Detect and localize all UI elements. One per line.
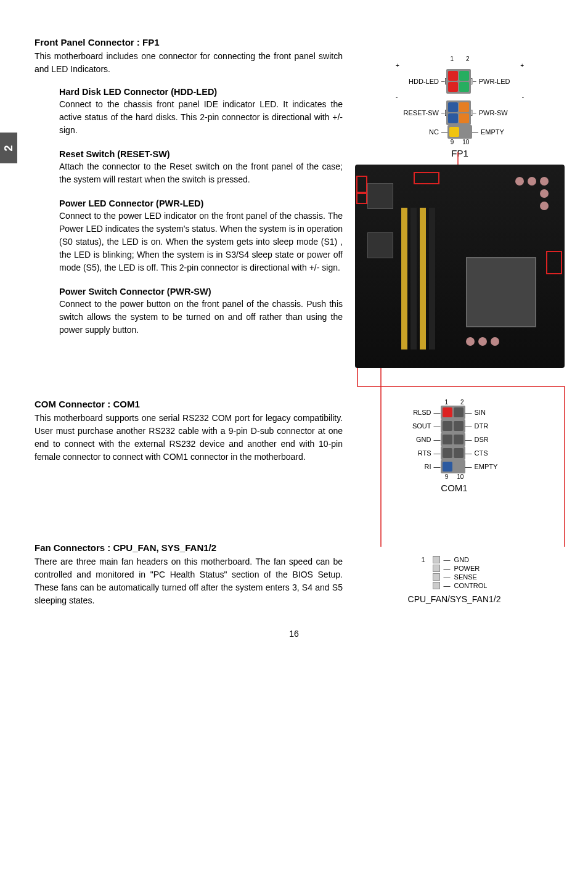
com1-body: This motherboard supports one serial RS2… bbox=[35, 412, 343, 464]
pin bbox=[448, 102, 458, 112]
pin bbox=[459, 113, 469, 123]
label-fan-gnd: GND bbox=[454, 557, 469, 563]
pwrsw-title: Power Switch Connector (PWR-SW) bbox=[59, 287, 343, 296]
plus-right: + bbox=[520, 62, 524, 69]
label-fan-power: POWER bbox=[454, 565, 480, 572]
label-pwr-led: PWR-LED bbox=[479, 78, 522, 85]
fan-diagram-title: CPU_FAN/SYS_FAN1/2 bbox=[355, 594, 553, 604]
pin-empty bbox=[454, 462, 463, 472]
pin bbox=[459, 82, 469, 92]
motherboard-image bbox=[355, 165, 565, 368]
fan-heading: Fan Connectors : CPU_FAN, SYS_FAN1/2 bbox=[35, 542, 343, 553]
label-rlsd: RLSD bbox=[404, 409, 431, 416]
pin-num-10: 10 bbox=[462, 139, 469, 145]
pin bbox=[449, 127, 459, 137]
pwrsw-body: Connect to the power button on the front… bbox=[59, 298, 343, 337]
com-pin-10: 10 bbox=[457, 473, 463, 480]
reset-body: Attach the connector to the Reset switch… bbox=[59, 160, 343, 186]
pin bbox=[459, 102, 469, 112]
pin-num-2: 2 bbox=[466, 55, 470, 62]
label-empty-com: EMPTY bbox=[475, 464, 505, 470]
label-dsr: DSR bbox=[475, 436, 505, 443]
com-pin-9: 9 bbox=[445, 473, 449, 480]
pin-num-1: 1 bbox=[450, 55, 454, 62]
label-rts: RTS bbox=[404, 450, 431, 457]
pwrled-body: Connect to the power LED indicator on th… bbox=[59, 210, 343, 274]
label-cts: CTS bbox=[475, 450, 505, 457]
fp1-diagram-title: FP1 bbox=[396, 148, 524, 158]
com-pin-1: 1 bbox=[444, 399, 448, 406]
pin-empty bbox=[460, 127, 470, 137]
pin bbox=[454, 448, 463, 458]
fan-pin-1: 1 bbox=[422, 557, 429, 563]
pin bbox=[448, 82, 458, 92]
label-nc: NC bbox=[396, 129, 439, 136]
minus-right: - bbox=[522, 94, 524, 100]
fp1-intro: This motherboard includes one connector … bbox=[35, 50, 343, 76]
pin bbox=[459, 71, 469, 81]
label-fan-control: CONTROL bbox=[454, 582, 488, 589]
fp1-heading: Front Panel Connector : FP1 bbox=[35, 37, 343, 47]
pwrled-title: Power LED Connector (PWR-LED) bbox=[59, 198, 343, 208]
pin bbox=[454, 435, 463, 444]
label-reset-sw: RESET-SW bbox=[396, 110, 439, 116]
label-dtr: DTR bbox=[475, 423, 505, 430]
pin bbox=[433, 573, 440, 581]
fan-body: There are three main fan headers on this… bbox=[35, 555, 343, 607]
pin bbox=[443, 407, 452, 417]
fp1-pinout-diagram: 1 2 + + HDD-LED –[ bbox=[355, 55, 565, 158]
label-ri: RI bbox=[404, 464, 431, 470]
pin-num-9: 9 bbox=[451, 139, 454, 145]
com-pin-2: 2 bbox=[460, 399, 464, 406]
pin bbox=[443, 462, 452, 472]
fan-pinout-diagram: 1—GND —POWER —SENSE —CONTROL CPU_FAN/SYS… bbox=[355, 555, 553, 604]
label-hdd-led: HDD-LED bbox=[396, 78, 439, 85]
label-fan-sense: SENSE bbox=[454, 574, 477, 581]
hdd-body: Connect to the chassis front panel IDE i… bbox=[59, 98, 343, 137]
com1-diagram-title: COM1 bbox=[404, 483, 505, 493]
label-pwr-sw: PWR-SW bbox=[479, 110, 522, 116]
chapter-number: 2 bbox=[2, 145, 15, 151]
motherboard-container bbox=[355, 165, 565, 368]
pin bbox=[448, 71, 458, 81]
pin bbox=[433, 582, 440, 589]
hdd-title: Hard Disk LED Connector (HDD-LED) bbox=[59, 87, 343, 97]
pin bbox=[454, 407, 463, 417]
pin bbox=[433, 565, 440, 572]
plus-left: + bbox=[396, 62, 399, 69]
pin bbox=[433, 556, 440, 563]
pin bbox=[443, 435, 452, 444]
minus-left: - bbox=[396, 94, 398, 100]
label-empty: EMPTY bbox=[481, 129, 524, 136]
chapter-tab: 2 bbox=[0, 133, 17, 163]
reset-title: Reset Switch (RESET-SW) bbox=[59, 149, 343, 159]
pin bbox=[443, 421, 452, 431]
page-number: 16 bbox=[35, 629, 553, 639]
label-sin: SIN bbox=[475, 409, 505, 416]
label-gnd: GND bbox=[404, 436, 431, 443]
label-sout: SOUT bbox=[404, 423, 431, 430]
pin bbox=[454, 421, 463, 431]
com1-pinout-diagram: 1 2 RLSD——SIN SOUT——DTR GND——DSR RTS——CT… bbox=[355, 399, 553, 493]
pin bbox=[443, 448, 452, 458]
pin bbox=[448, 113, 458, 123]
com1-heading: COM Connector : COM1 bbox=[35, 399, 343, 409]
